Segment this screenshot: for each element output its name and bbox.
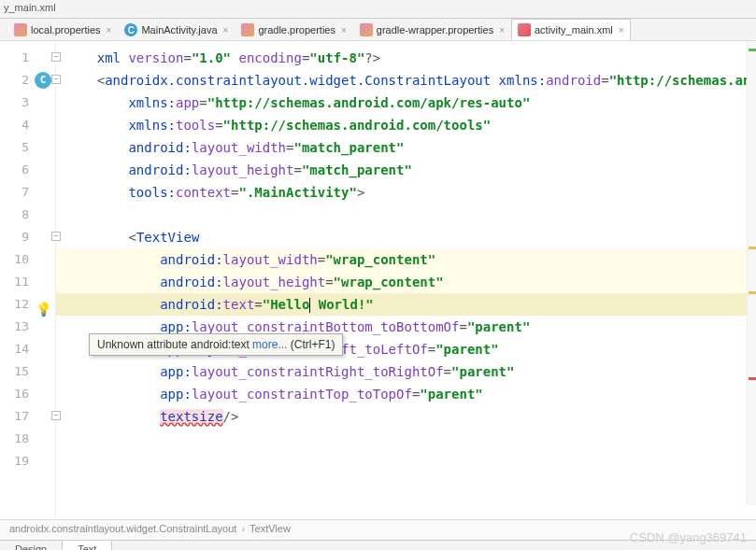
code-line[interactable] <box>56 450 756 472</box>
file-tab[interactable]: gradle.properties× <box>235 19 352 40</box>
file-tab-label: local.properties <box>31 24 101 35</box>
code-line[interactable] <box>56 428 756 450</box>
line-number: 3 <box>0 92 55 114</box>
file-type-icon <box>14 23 27 36</box>
code-line[interactable]: android:layout_width="wrap_content" <box>56 248 756 271</box>
file-tab-label: gradle.properties <box>258 24 335 35</box>
code-line[interactable]: app:layout_constraintRight_toRightOf="pa… <box>56 360 756 383</box>
file-type-icon <box>241 23 254 36</box>
tooltip-more-link[interactable]: more... <box>252 338 287 351</box>
watermark: CSDN @yang369741 <box>630 530 747 544</box>
code-line[interactable]: xml version="1.0" encoding="utf-8"?> <box>56 47 756 69</box>
code-line[interactable]: tools:context=".MainActivity"> <box>56 181 756 204</box>
line-number: 9− <box>0 226 55 248</box>
code-line[interactable]: textsize/> <box>56 405 756 428</box>
title-path-bar: y_main.xml <box>0 0 756 19</box>
line-number: 16 <box>0 383 55 405</box>
inspection-tooltip: Unknown attribute android:text more... (… <box>89 333 343 356</box>
code-line[interactable]: xmlns:tools="http://schemas.android.com/… <box>56 114 756 136</box>
line-number: 12💡 <box>0 293 55 316</box>
line-number: 7 <box>0 181 55 204</box>
class-gutter-icon[interactable]: C <box>35 72 51 89</box>
line-number: 6 <box>0 159 55 181</box>
close-icon[interactable]: × <box>341 25 347 35</box>
code-line[interactable]: android:layout_height="match_parent" <box>56 159 756 181</box>
line-number: 4 <box>0 114 55 136</box>
breadcrumb-segment[interactable]: androidx.constraintlayout.widget.Constra… <box>9 523 236 534</box>
editor-tabs: local.properties×CMainActivity.java×grad… <box>0 19 756 41</box>
file-type-icon: C <box>124 23 137 36</box>
line-number: 8 <box>0 204 55 226</box>
breadcrumb-segment[interactable]: TextView <box>250 523 291 534</box>
file-tab[interactable]: activity_main.xml× <box>511 19 631 40</box>
file-tab-label: activity_main.xml <box>535 24 613 35</box>
tab-text[interactable]: Text <box>63 541 112 550</box>
line-number: 11 <box>0 271 55 293</box>
tab-design[interactable]: Design <box>0 541 63 550</box>
line-number: 19 <box>0 450 55 472</box>
file-type-icon <box>360 23 373 36</box>
line-number: 10 <box>0 248 55 271</box>
line-number: 17− <box>0 405 55 428</box>
file-tab-label: MainActivity.java <box>141 24 217 35</box>
code-line[interactable]: android:layout_height="wrap_content" <box>56 271 756 293</box>
code-line[interactable]: <androidx.constraintlayout.widget.Constr… <box>56 69 756 92</box>
close-icon[interactable]: × <box>107 25 112 35</box>
line-number: 13 <box>0 316 55 338</box>
tooltip-shortcut: (Ctrl+F1) <box>287 338 335 351</box>
gutter: 1−2C−3456789−101112💡1314151617−1819 <box>0 41 56 519</box>
code-line[interactable] <box>56 204 756 226</box>
file-tab[interactable]: CMainActivity.java× <box>118 19 235 40</box>
line-number: 14 <box>0 338 55 360</box>
chevron-right-icon: › <box>241 523 245 534</box>
line-number: 15 <box>0 360 55 383</box>
close-icon[interactable]: × <box>223 25 229 35</box>
error-stripe <box>747 41 756 505</box>
code-line[interactable]: app:layout_constraintTop_toTopOf="parent… <box>56 383 756 405</box>
close-icon[interactable]: × <box>619 25 624 35</box>
tooltip-text: Unknown attribute android:text <box>97 338 252 351</box>
line-number: 1− <box>0 47 55 69</box>
file-tab[interactable]: gradle-wrapper.properties× <box>353 19 511 40</box>
file-tab-label: gradle-wrapper.properties <box>377 24 493 35</box>
close-icon[interactable]: × <box>499 25 505 35</box>
line-number: 5 <box>0 136 55 159</box>
file-type-icon <box>518 23 531 36</box>
code-line[interactable]: xmlns:app="http://schemas.android.com/ap… <box>56 92 756 114</box>
code-line[interactable]: android:text="Hello World!" <box>56 293 756 316</box>
line-number: 18 <box>0 428 55 450</box>
line-number: 2C− <box>0 69 55 92</box>
code-line[interactable]: <TextView <box>56 226 756 248</box>
code-line[interactable]: android:layout_width="match_parent" <box>56 136 756 159</box>
file-tab[interactable]: local.properties× <box>7 19 118 40</box>
code-editor[interactable]: xml version="1.0" encoding="utf-8"?> <an… <box>56 41 756 519</box>
